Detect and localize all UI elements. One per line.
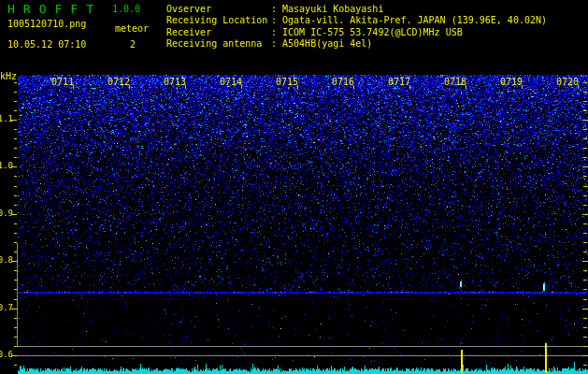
freq-tick-label: 0.8 — [0, 256, 13, 265]
meteor-count: 2 — [130, 40, 136, 50]
observer-info-block: Ovserver: Masayuki KobayashiReceiving Lo… — [166, 5, 588, 56]
info-value: : Masayuki Kobayashi — [271, 4, 383, 14]
time-tick-label: 0719 — [497, 78, 525, 87]
info-row: Receiver: ICOM IC-575 53.7492(@LCD)MHz U… — [166, 28, 463, 37]
freq-axis-unit-label: kHz — [0, 72, 17, 81]
freq-tick-label: 0.7 — [0, 304, 13, 312]
info-value: : A504HB(yagi 4el) — [271, 38, 372, 49]
time-tick-label: 0716 — [329, 78, 357, 87]
mode-label: meteor — [115, 24, 149, 34]
app-version: 1.0.0 — [112, 5, 140, 14]
time-tick-label: 0711 — [49, 78, 77, 87]
info-row: Receiving antenna: A504HB(yagi 4el) — [166, 39, 372, 49]
info-label: Receiver — [166, 28, 271, 37]
datetime-label: 10.05.12 07:10 — [7, 40, 86, 50]
freq-tick-label: 0.6 — [0, 351, 13, 359]
spectrogram-canvas — [0, 0, 588, 374]
freq-tick-label: 1.1 — [0, 115, 13, 123]
info-value: : ICOM IC-575 53.7492(@LCD)MHz USB — [271, 27, 463, 37]
app-title: HROFFT — [7, 3, 102, 15]
info-value: : Ogata-vill. Akita-Pref. JAPAN (139.96E… — [271, 15, 547, 25]
time-tick-label: 0712 — [105, 78, 133, 87]
time-tick-label: 0713 — [161, 78, 189, 87]
info-label: Ovserver — [166, 5, 271, 14]
freq-tick-label: 1.0 — [0, 162, 13, 170]
time-tick-label: 0714 — [217, 78, 245, 87]
time-tick-label: 0720 — [553, 78, 581, 87]
hrofft-screen: HROFFT 1.0.0 1005120710.png meteor 10.05… — [0, 0, 588, 374]
time-tick-label: 0715 — [273, 78, 301, 87]
info-row: Receiving Location: Ogata-vill. Akita-Pr… — [166, 16, 547, 25]
time-tick-label: 0718 — [441, 78, 469, 87]
info-label: Receiving antenna — [166, 39, 271, 49]
info-row: Ovserver: Masayuki Kobayashi — [166, 5, 383, 14]
info-label: Receiving Location — [166, 16, 271, 25]
time-tick-label: 0717 — [385, 78, 413, 87]
freq-tick-label: 0.9 — [0, 209, 13, 218]
output-filename: 1005120710.png — [7, 20, 86, 29]
